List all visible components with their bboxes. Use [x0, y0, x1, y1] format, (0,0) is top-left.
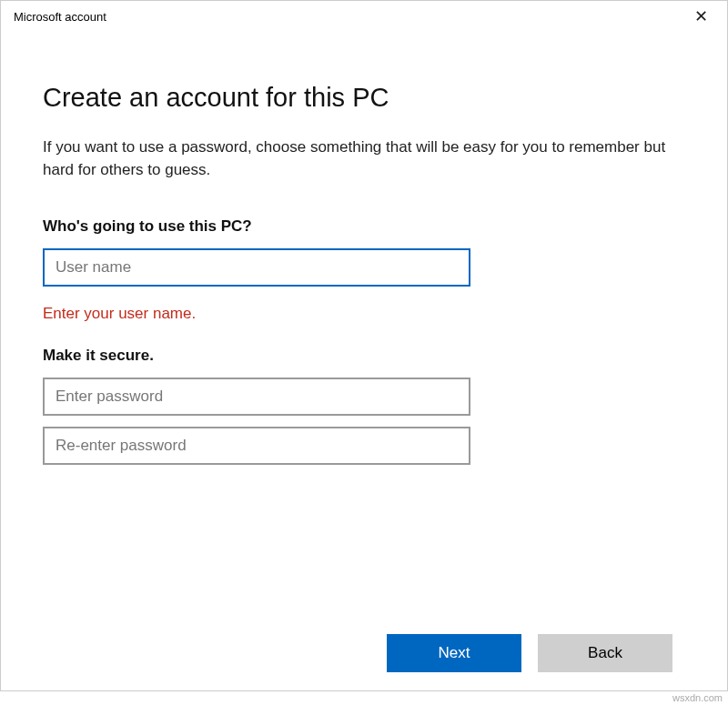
button-bar: Next Back — [43, 634, 691, 690]
close-button[interactable]: ✕ — [685, 1, 716, 32]
watermark: wsxdn.com — [672, 692, 723, 703]
close-icon: ✕ — [694, 6, 708, 26]
username-section-label: Who's going to use this PC? — [43, 217, 691, 236]
reenter-password-input[interactable] — [43, 427, 470, 465]
page-heading: Create an account for this PC — [43, 83, 691, 113]
reenter-password-field-wrap — [43, 427, 691, 465]
username-input[interactable] — [43, 248, 470, 287]
titlebar: Microsoft account ✕ — [1, 1, 727, 32]
dialog-window: Microsoft account ✕ Create an account fo… — [0, 0, 728, 691]
password-field-wrap — [43, 378, 691, 416]
window-title: Microsoft account — [14, 10, 106, 24]
password-section-label: Make it secure. — [43, 347, 691, 365]
password-input[interactable] — [43, 378, 470, 416]
spacer — [43, 476, 691, 634]
back-button[interactable]: Back — [538, 634, 672, 672]
next-button[interactable]: Next — [387, 634, 521, 672]
content-area: Create an account for this PC If you wan… — [1, 32, 727, 690]
page-description: If you want to use a password, choose so… — [43, 136, 691, 181]
username-field-wrap — [43, 248, 691, 287]
username-error: Enter your user name. — [43, 305, 691, 323]
